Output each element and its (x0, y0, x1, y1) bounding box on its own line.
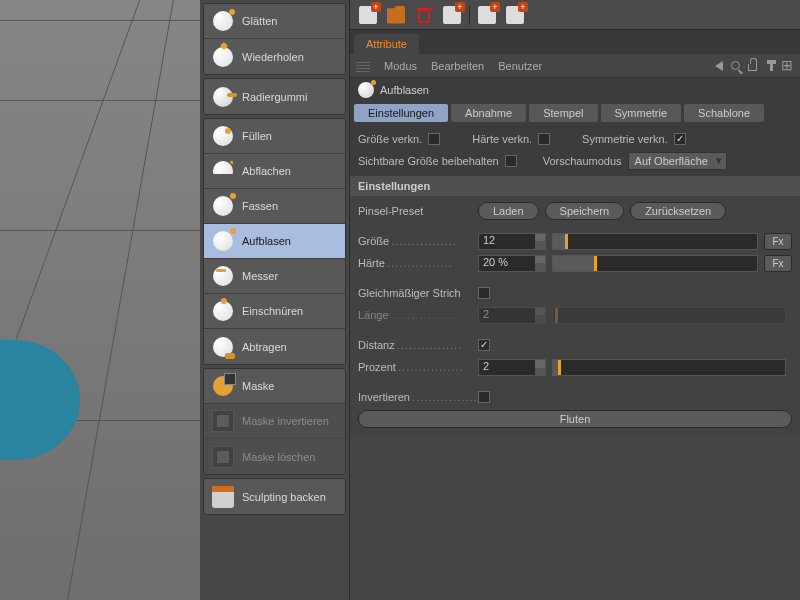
tool-abflachen[interactable]: Abflachen (204, 154, 345, 189)
grip-icon[interactable] (356, 60, 370, 72)
checkbox-distanz[interactable] (478, 339, 490, 351)
tool-messer[interactable]: Messer (204, 259, 345, 294)
tool-label: Abflachen (242, 165, 291, 177)
tool-maske-loeschen[interactable]: Maske löschen (204, 439, 345, 474)
tool-label: Maske (242, 380, 274, 392)
tool-maske[interactable]: Maske (204, 369, 345, 404)
tool-sculpt-backen[interactable]: Sculpting backen (204, 479, 345, 514)
delete-button[interactable] (410, 3, 438, 27)
checkbox-groesse-verkn[interactable] (428, 133, 440, 145)
tool-einschnueren[interactable]: Einschnüren (204, 294, 345, 329)
sculpt-tools-panel: Glätten Wiederholen Radiergummi Füllen A… (200, 0, 350, 600)
checkbox-haerte-verkn[interactable] (538, 133, 550, 145)
input-laenge: 2 (478, 307, 546, 324)
slider-groesse[interactable] (552, 233, 758, 250)
tab-einstellungen[interactable]: Einstellungen (354, 104, 448, 122)
tool-label: Maske invertieren (242, 415, 329, 427)
tool-label: Aufblasen (242, 235, 291, 247)
tab-stempel[interactable]: Stempel (529, 104, 597, 122)
inflate-icon (358, 82, 374, 98)
tool-radiergummi[interactable]: Radiergummi (204, 79, 345, 114)
slider-haerte[interactable] (552, 255, 758, 272)
checkbox-invertieren[interactable] (478, 391, 490, 403)
menu-benutzer[interactable]: Benutzer (498, 60, 542, 72)
open-folder-button[interactable] (382, 3, 410, 27)
tool-label: Radiergummi (242, 91, 307, 103)
tool-label: Wiederholen (242, 51, 304, 63)
tool-label: Glätten (242, 15, 277, 27)
input-haerte[interactable]: 20 % (478, 255, 546, 272)
attr-tabs: Einstellungen Abnahme Stempel Symmetrie … (350, 102, 800, 124)
label-preset: Pinsel-Preset (358, 205, 478, 217)
button-speichern[interactable]: Speichern (545, 202, 625, 220)
inflate-icon (213, 231, 233, 251)
tab-symmetrie[interactable]: Symmetrie (601, 104, 682, 122)
tab-abnahme[interactable]: Abnahme (451, 104, 526, 122)
plus-icon[interactable]: ⊞ (781, 59, 794, 72)
tool-label: Messer (242, 270, 278, 282)
tab-schablone[interactable]: Schablone (684, 104, 764, 122)
section-header: Einstellungen (350, 176, 800, 196)
checkbox-gleichmaessig[interactable] (478, 287, 490, 299)
button-zuruecksetzen[interactable]: Zurücksetzen (630, 202, 726, 220)
tool-maske-invertieren[interactable]: Maske invertieren (204, 404, 345, 439)
object-title: Aufblasen (380, 84, 429, 96)
tool-wiederholen[interactable]: Wiederholen (204, 39, 345, 74)
button-laden[interactable]: Laden (478, 202, 539, 220)
label-sichtbare: Sichtbare Größe beibehalten (358, 155, 499, 167)
checkbox-sichtbare[interactable] (505, 155, 517, 167)
tool-fuellen[interactable]: Füllen (204, 119, 345, 154)
doc-icon (478, 6, 496, 24)
menu-bar: Modus Bearbeiten Benutzer ⊞ (350, 54, 800, 78)
slider-laenge (552, 307, 786, 324)
menu-modus[interactable]: Modus (384, 60, 417, 72)
search-icon[interactable] (731, 61, 740, 70)
mesh-object[interactable] (0, 340, 80, 460)
doc-op2-button[interactable] (473, 3, 501, 27)
pinch-icon (213, 301, 233, 321)
label-haerte-verkn: Härte verkn. (472, 133, 532, 145)
tool-label: Abtragen (242, 341, 287, 353)
label-gleichmaessig: Gleichmäßiger Strich (358, 287, 478, 299)
tool-fassen[interactable]: Fassen (204, 189, 345, 224)
eraser-icon (213, 87, 233, 107)
label-groesse-verkn: Größe verkn. (358, 133, 422, 145)
label-vorschau: Vorschaumodus (543, 155, 622, 167)
flatten-icon (213, 161, 233, 181)
tool-glaetten[interactable]: Glätten (204, 4, 345, 39)
knife-icon (213, 266, 233, 286)
checkbox-symmetrie-verkn[interactable] (674, 133, 686, 145)
input-prozent[interactable]: 2 (478, 359, 546, 376)
doc-op3-button[interactable] (501, 3, 529, 27)
scrape-icon (213, 337, 233, 357)
menu-bearbeiten[interactable]: Bearbeiten (431, 60, 484, 72)
tool-label: Füllen (242, 130, 272, 142)
label-groesse: Größe (358, 235, 478, 247)
label-prozent: Prozent (358, 361, 478, 373)
dropdown-vorschau[interactable]: Auf Oberfläche (628, 152, 727, 170)
fill-icon (213, 126, 233, 146)
label-laenge: Länge (358, 309, 478, 321)
tool-aufblasen[interactable]: Aufblasen (204, 224, 345, 259)
viewport-3d[interactable] (0, 0, 200, 600)
tool-label: Maske löschen (242, 451, 315, 463)
folder-icon (387, 6, 405, 24)
button-fluten[interactable]: Fluten (358, 410, 792, 428)
nav-back-icon[interactable] (715, 61, 723, 71)
label-distanz: Distanz (358, 339, 478, 351)
pin-icon[interactable] (770, 60, 773, 71)
slider-prozent[interactable] (552, 359, 786, 376)
object-title-row: Aufblasen (350, 78, 800, 102)
doc-icon (443, 6, 461, 24)
doc-op1-button[interactable] (438, 3, 466, 27)
trash-icon (418, 9, 430, 23)
input-groesse[interactable]: 12 (478, 233, 546, 250)
fx-groesse[interactable]: Fx (764, 233, 792, 250)
tab-attribute[interactable]: Attribute (354, 34, 419, 54)
lock-icon[interactable] (748, 64, 757, 71)
new-doc-button[interactable] (354, 3, 382, 27)
attribute-panel: Attribute Modus Bearbeiten Benutzer ⊞ Au… (350, 0, 800, 600)
label-haerte: Härte (358, 257, 478, 269)
tool-abtragen[interactable]: Abtragen (204, 329, 345, 364)
fx-haerte[interactable]: Fx (764, 255, 792, 272)
